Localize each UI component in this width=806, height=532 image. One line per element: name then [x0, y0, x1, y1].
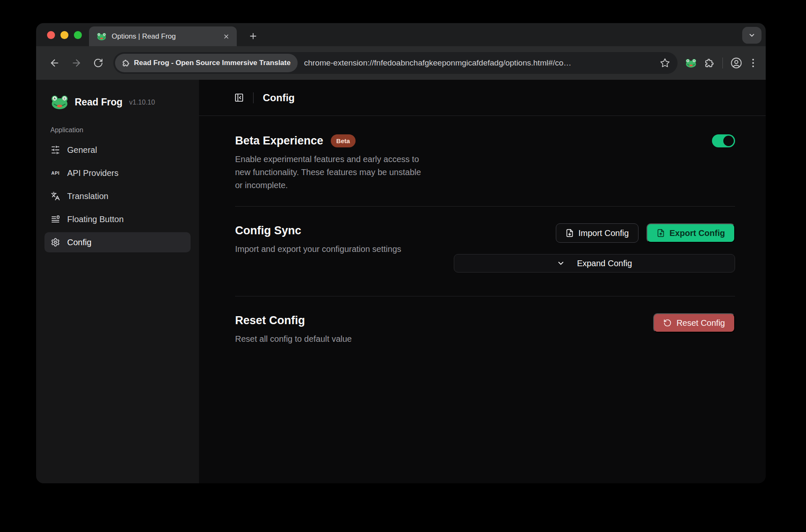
zoom-window-button[interactable] — [74, 31, 82, 39]
reset-config-title: Reset Config — [235, 313, 352, 328]
chevron-down-icon — [557, 259, 565, 267]
floating-button-icon — [50, 215, 60, 224]
beta-experience-section: Beta Experience Beta Enable experimental… — [235, 134, 735, 192]
desktop: Options | Read Frog — [0, 0, 806, 532]
file-export-icon — [657, 229, 665, 237]
address-bar[interactable]: Read Frog - Open Source Immersive Transl… — [113, 52, 678, 74]
main-header: Config — [199, 80, 766, 116]
extensions-puzzle-icon[interactable] — [704, 58, 715, 68]
sidebar-item-label: Floating Button — [67, 215, 124, 224]
api-icon: API — [50, 170, 60, 176]
brand: A 文 Read Frog v1.10.10 — [44, 92, 191, 122]
browser-menu-icon[interactable] — [750, 59, 756, 67]
sidebar-item-config[interactable]: Config — [44, 232, 191, 252]
config-sync-title: Config Sync — [235, 223, 401, 238]
languages-icon — [50, 191, 60, 201]
new-tab-button[interactable] — [246, 29, 260, 43]
tab-search-chevron-button[interactable] — [742, 27, 762, 44]
tab-strip: Options | Read Frog — [36, 23, 766, 46]
beta-experience-title: Beta Experience — [235, 134, 323, 148]
sidebar-item-label: API Providers — [67, 168, 118, 178]
toggle-knob — [723, 136, 734, 146]
main-panel: Config Beta Experience Beta Enable exper… — [199, 80, 766, 483]
toolbar-divider — [722, 58, 723, 68]
back-button[interactable] — [45, 54, 64, 72]
config-sync-description: Import and export your configuration set… — [235, 243, 401, 256]
app-version: v1.10.10 — [129, 99, 155, 106]
extension-name-chip[interactable]: Read Frog - Open Source Immersive Transl… — [115, 54, 298, 72]
reset-config-button[interactable]: Reset Config — [653, 313, 735, 333]
config-page: Beta Experience Beta Enable experimental… — [199, 116, 766, 483]
reload-button[interactable] — [89, 54, 107, 72]
read-frog-extension-icon[interactable] — [685, 58, 697, 68]
tab-options[interactable]: Options | Read Frog — [89, 26, 237, 46]
sidebar-item-floating-button[interactable]: Floating Button — [44, 209, 191, 229]
sidebar-item-label: General — [67, 145, 97, 155]
sidebar-item-label: Config — [67, 238, 92, 247]
import-config-label: Import Config — [578, 228, 629, 238]
close-window-button[interactable] — [47, 31, 55, 39]
frog-favicon — [97, 32, 107, 41]
expand-config-label: Expand Config — [577, 259, 632, 268]
sidebar-item-label: Translation — [67, 191, 108, 201]
beta-experience-toggle[interactable] — [712, 134, 735, 147]
file-import-icon — [565, 229, 574, 237]
bookmark-star-icon[interactable] — [660, 58, 670, 68]
reset-config-label: Reset Config — [676, 318, 725, 328]
read-frog-logo: A 文 — [50, 95, 69, 110]
sidebar-item-general[interactable]: General — [44, 140, 191, 160]
browser-toolbar: Read Frog - Open Source Immersive Transl… — [36, 46, 766, 80]
export-config-label: Export Config — [670, 228, 725, 238]
header-divider — [253, 92, 254, 103]
tab-close-icon[interactable] — [222, 32, 231, 41]
sidebar-toggle-icon[interactable] — [234, 93, 244, 102]
beta-experience-description: Enable experimental features and early a… — [235, 153, 424, 192]
sidebar-item-api-providers[interactable]: API API Providers — [44, 163, 191, 183]
extension-icon — [122, 59, 130, 67]
url-text: chrome-extension://fnfedoabnchafgkeeponm… — [304, 58, 656, 68]
expand-config-button[interactable]: Expand Config — [454, 254, 735, 273]
config-sync-section: Config Sync Import and export your confi… — [235, 207, 735, 273]
extension-chip-label: Read Frog - Open Source Immersive Transl… — [134, 59, 290, 67]
export-config-button[interactable]: Export Config — [646, 223, 735, 243]
sidebar-item-translation[interactable]: Translation — [44, 186, 191, 206]
forward-button[interactable] — [67, 54, 86, 72]
toolbar-right — [685, 57, 756, 69]
sidebar-section-label: Application — [44, 122, 191, 140]
sliders-icon — [50, 145, 60, 155]
page-content: A 文 Read Frog v1.10.10 Application — [36, 80, 766, 483]
svg-text:文: 文 — [63, 97, 66, 100]
minimize-window-button[interactable] — [60, 31, 68, 39]
reset-config-description: Reset all config to default value — [235, 333, 352, 346]
gear-icon — [50, 238, 60, 247]
app-name: Read Frog — [75, 97, 123, 108]
beta-badge: Beta — [331, 134, 356, 147]
sidebar: A 文 Read Frog v1.10.10 Application — [36, 80, 199, 483]
profile-avatar-icon[interactable] — [730, 57, 742, 69]
page-title: Config — [263, 92, 295, 104]
tab-title: Options | Read Frog — [112, 32, 217, 41]
browser-window: Options | Read Frog — [36, 23, 766, 483]
rotate-ccw-icon — [663, 319, 672, 327]
svg-text:A: A — [54, 97, 56, 100]
import-config-button[interactable]: Import Config — [556, 223, 639, 243]
window-controls — [47, 31, 82, 39]
reset-config-section: Reset Config Reset all config to default… — [235, 296, 735, 346]
